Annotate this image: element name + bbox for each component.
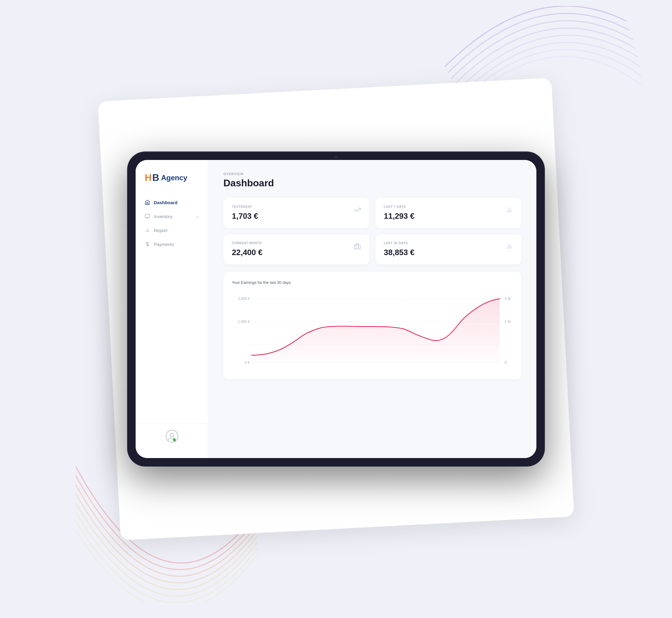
stat-card-content-current-month: CURRENT MONTH 22,400 € bbox=[232, 241, 262, 257]
stat-card-content-last7days: LAST 7 DAYS 11,293 € bbox=[384, 205, 414, 221]
stat-card-content-last30days: LAST 30 DAYS 38,853 € bbox=[384, 241, 414, 257]
logo-area: H B Agency bbox=[136, 172, 208, 195]
page-title: Dashboard bbox=[224, 178, 521, 189]
stat-value-current-month: 22,400 € bbox=[232, 248, 262, 257]
sidebar-item-label-dashboard: Dashboard bbox=[154, 200, 177, 205]
y-label-0-right: 0 bbox=[505, 360, 507, 365]
sidebar: H B Agency Dashboard bbox=[136, 160, 208, 458]
stat-card-last7days: LAST 7 DAYS 11,293 € bbox=[375, 198, 521, 228]
svg-point-9 bbox=[173, 438, 176, 441]
y-label-4m: 4 M bbox=[505, 297, 511, 301]
svg-rect-0 bbox=[145, 214, 150, 217]
stat-card-yesterday: YESTERDAY 1,703 € bbox=[224, 198, 369, 228]
sidebar-item-label-payments: Payments bbox=[154, 242, 174, 247]
y-label-0: 0 € bbox=[245, 360, 250, 365]
stats-grid: YESTERDAY 1,703 € LAST 7 DAYS 11,293 € bbox=[224, 198, 521, 265]
sidebar-item-label-inventory: Inventory bbox=[154, 214, 172, 219]
user-avatar[interactable] bbox=[165, 430, 178, 443]
monitor-icon bbox=[145, 214, 150, 219]
sidebar-item-payments[interactable]: Payments bbox=[136, 237, 208, 251]
chart-card: Your Earnings for the last 30 days 2,000… bbox=[224, 272, 521, 379]
chart-title: Your Earnings for the last 30 days bbox=[232, 280, 513, 285]
dollar-icon bbox=[145, 241, 150, 247]
y-label-2m: 2 M bbox=[505, 320, 511, 324]
y-label-1000: 1,000 € bbox=[238, 320, 250, 324]
logo-b: B bbox=[152, 172, 159, 183]
chevron-down-icon: ⌄ bbox=[196, 214, 199, 218]
sidebar-bottom bbox=[136, 423, 208, 449]
stat-label-last7days: LAST 7 DAYS bbox=[384, 205, 414, 208]
nav-list: Dashboard Inventory ⌄ bbox=[136, 195, 208, 423]
svg-point-8 bbox=[170, 433, 174, 437]
overview-label: OVERVIEW bbox=[224, 172, 521, 176]
sidebar-item-inventory[interactable]: Inventory ⌄ bbox=[136, 209, 208, 223]
briefcase-icon bbox=[354, 243, 361, 251]
user-icon bbox=[165, 430, 178, 443]
stat-value-last30days: 38,853 € bbox=[384, 248, 414, 257]
svg-rect-13 bbox=[354, 245, 360, 249]
tablet-screen: H B Agency Dashboard bbox=[136, 160, 536, 458]
bar-chart-sm2-icon bbox=[506, 243, 513, 251]
sidebar-item-report[interactable]: Report bbox=[136, 223, 208, 237]
stat-label-current-month: CURRENT MONTH bbox=[232, 241, 262, 245]
stat-value-last7days: 11,293 € bbox=[384, 211, 414, 221]
stat-card-last30days: LAST 30 DAYS 38,853 € bbox=[375, 234, 521, 265]
main-content: OVERVIEW Dashboard YESTERDAY 1,703 € bbox=[208, 160, 536, 458]
home-icon bbox=[145, 200, 150, 205]
logo-h: H bbox=[145, 172, 152, 183]
sidebar-item-dashboard[interactable]: Dashboard bbox=[136, 195, 208, 209]
stat-value-yesterday: 1,703 € bbox=[232, 211, 258, 221]
stat-label-yesterday: YESTERDAY bbox=[232, 205, 258, 208]
bar-chart-sm-icon bbox=[506, 206, 513, 215]
stat-label-last30days: LAST 30 DAYS bbox=[384, 241, 414, 245]
bar-chart-icon bbox=[145, 227, 150, 233]
trend-up-icon bbox=[354, 206, 361, 215]
tablet-camera bbox=[335, 156, 337, 158]
y-label-2000: 2,000 € bbox=[238, 297, 250, 301]
earnings-chart: 2,000 € 1,000 € 0 € 4 M 2 M 0 bbox=[232, 292, 513, 371]
stat-card-content-yesterday: YESTERDAY 1,703 € bbox=[232, 205, 258, 221]
logo: H B Agency bbox=[145, 172, 199, 183]
chart-container: 2,000 € 1,000 € 0 € 4 M 2 M 0 bbox=[232, 292, 513, 371]
sidebar-item-label-report: Report bbox=[154, 228, 167, 233]
tablet-frame: H B Agency Dashboard bbox=[127, 151, 545, 467]
logo-agency: Agency bbox=[161, 174, 187, 182]
chart-area bbox=[252, 299, 500, 362]
stat-card-current-month: CURRENT MONTH 22,400 € bbox=[224, 234, 369, 265]
